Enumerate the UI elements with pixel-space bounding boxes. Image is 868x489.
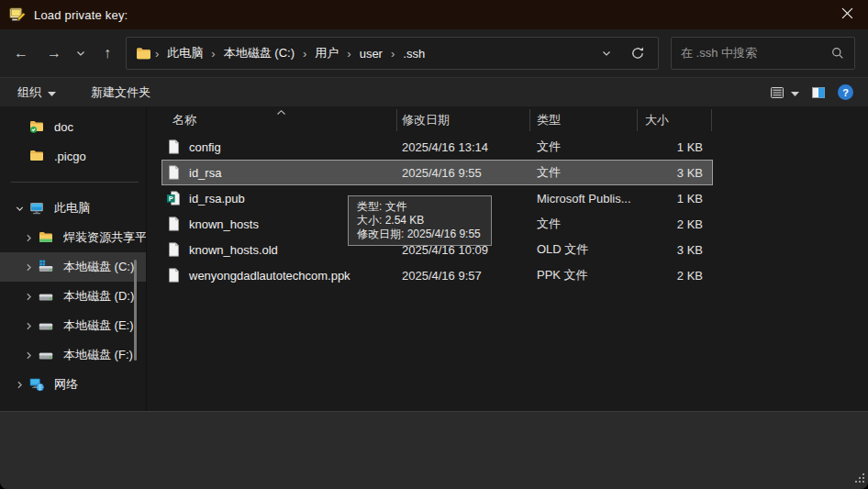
- svg-text:P: P: [169, 194, 173, 203]
- window-title: Load private key:: [34, 8, 128, 22]
- sidebar-divider: [11, 182, 139, 183]
- organize-label: 组织: [17, 84, 41, 101]
- file-name-cell: wenyongdadlautotechcom.ppk: [162, 268, 397, 283]
- close-button[interactable]: [826, 0, 868, 29]
- file-icon: [167, 139, 181, 154]
- sidebar-item-label: 本地磁盘 (F:): [63, 347, 133, 363]
- sidebar-item-this-pc[interactable]: 此电脑: [0, 194, 146, 223]
- up-button[interactable]: ↑: [94, 39, 121, 68]
- up-arrow-icon: ↑: [104, 45, 111, 61]
- preview-pane-button[interactable]: [811, 85, 826, 100]
- folder-check-icon: [29, 119, 46, 134]
- chevron-right-icon[interactable]: [18, 321, 39, 331]
- breadcrumb-item[interactable]: 本地磁盘 (C:): [217, 45, 301, 61]
- back-arrow-icon: ←: [14, 45, 28, 61]
- view-mode-button[interactable]: [770, 85, 799, 100]
- chevron-right-separator: ›: [345, 47, 352, 61]
- help-button[interactable]: ?: [838, 84, 853, 100]
- file-size-cell: 1 KB: [638, 192, 705, 206]
- file-type-cell: 文件: [530, 216, 638, 232]
- new-folder-button[interactable]: 新建文件夹: [91, 84, 150, 101]
- load-private-key-dialog: Load private key: ← → ↑ ›此电脑›本地磁盘 (C:)›用…: [0, 0, 868, 489]
- forward-button[interactable]: →: [40, 39, 68, 68]
- column-header-label: 类型: [537, 112, 561, 128]
- search-icon: [830, 46, 845, 61]
- file-name: id_rsa.pub: [189, 192, 245, 206]
- drive-icon: [39, 289, 55, 304]
- sidebar-item-label: 本地磁盘 (E:): [63, 317, 134, 334]
- sidebar-item-doc[interactable]: doc: [0, 112, 146, 141]
- list-view-icon: [770, 85, 785, 100]
- sidebar-item-label: 焊装资源共享平: [63, 229, 146, 246]
- publisher-icon: P: [167, 191, 181, 206]
- file-name-cell: config: [162, 139, 397, 154]
- file-type-cell: Microsoft Publis...: [530, 192, 638, 206]
- chevron-right-icon[interactable]: [18, 262, 39, 272]
- column-header-label: 大小: [645, 112, 669, 128]
- title-bar: Load private key:: [0, 0, 868, 29]
- chevron-right-icon[interactable]: [18, 233, 39, 243]
- breadcrumb-item[interactable]: 此电脑: [161, 45, 209, 61]
- command-bar: 组织 新建文件夹: [0, 77, 868, 106]
- sidebar-item-picgo[interactable]: .picgo: [0, 141, 146, 171]
- file-name: config: [189, 140, 221, 154]
- forward-arrow-icon: →: [47, 45, 61, 61]
- chevron-down-icon[interactable]: [9, 204, 29, 214]
- sidebar-item-label: 此电脑: [54, 200, 90, 217]
- file-size-cell: 1 KB: [638, 140, 705, 154]
- chevron-right-icon[interactable]: [18, 350, 39, 361]
- column-header-name[interactable]: 名称: [147, 109, 396, 131]
- breadcrumb-item[interactable]: user: [353, 47, 389, 61]
- file-type-cell: 文件: [530, 164, 638, 181]
- address-bar[interactable]: ›此电脑›本地磁盘 (C:)›用户›user›.ssh: [126, 37, 659, 70]
- column-header-date-modified[interactable]: 修改日期: [396, 109, 529, 131]
- chevron-right-separator: ›: [209, 47, 217, 61]
- file-icon: [167, 165, 181, 180]
- pc-icon: [29, 201, 46, 216]
- search-placeholder: 在 .ssh 中搜索: [681, 45, 757, 61]
- file-date-cell: 2025/4/16 13:14: [397, 140, 530, 154]
- main-area: doc.picgo此电脑焊装资源共享平本地磁盘 (C:)本地磁盘 (D:)本地磁…: [0, 106, 868, 411]
- breadcrumb-item[interactable]: .ssh: [396, 47, 431, 61]
- network-icon: [29, 377, 46, 392]
- sidebar-scrollbar[interactable]: [134, 260, 137, 361]
- chevron-right-icon[interactable]: [9, 380, 29, 390]
- resize-grip[interactable]: [855, 472, 865, 486]
- search-box[interactable]: 在 .ssh 中搜索: [671, 37, 855, 70]
- breadcrumb: ›此电脑›本地磁盘 (C:)›用户›user›.ssh: [153, 45, 431, 61]
- sidebar-item-network[interactable]: 网络: [0, 370, 146, 399]
- file-size-cell: 2 KB: [638, 217, 705, 231]
- sidebar-item-disk-d[interactable]: 本地磁盘 (D:): [0, 282, 146, 311]
- folder-share-icon: [39, 230, 55, 245]
- organize-button[interactable]: 组织: [17, 84, 56, 101]
- sidebar-item-label: 本地磁盘 (D:): [63, 288, 134, 305]
- recent-locations-button[interactable]: [70, 39, 92, 68]
- address-dropdown-icon[interactable]: [601, 48, 612, 59]
- help-icon: ?: [842, 87, 849, 98]
- column-header-label: 名称: [172, 112, 196, 128]
- file-row-config[interactable]: config2025/4/16 13:14文件1 KB: [161, 134, 713, 160]
- column-header-type[interactable]: 类型: [529, 109, 637, 131]
- list-header: 名称修改日期类型大小: [147, 106, 868, 134]
- file-row-id_rsa[interactable]: id_rsa2025/4/16 9:55文件3 KB: [161, 160, 713, 185]
- file-list: 名称修改日期类型大小 config2025/4/16 13:14文件1 KBid…: [147, 106, 868, 411]
- sidebar-item-disk-c[interactable]: 本地磁盘 (C:): [0, 252, 146, 282]
- column-header-size[interactable]: 大小: [637, 109, 712, 131]
- sidebar-item-label: 网络: [54, 376, 78, 393]
- back-button[interactable]: ←: [7, 39, 35, 68]
- puttygen-app-icon: [9, 6, 26, 23]
- sidebar: doc.picgo此电脑焊装资源共享平本地磁盘 (C:)本地磁盘 (D:)本地磁…: [0, 106, 147, 411]
- file-size-cell: 2 KB: [638, 269, 705, 283]
- file-row-wenyongdadlautotechcom.ppk[interactable]: wenyongdadlautotechcom.ppk2025/4/16 9:57…: [161, 262, 713, 288]
- file-size-cell: 3 KB: [638, 166, 705, 180]
- file-name: known_hosts: [189, 217, 259, 231]
- sidebar-item-shared-folder[interactable]: 焊装资源共享平: [0, 223, 146, 252]
- sidebar-item-disk-e[interactable]: 本地磁盘 (E:): [0, 311, 146, 340]
- breadcrumb-item[interactable]: 用户: [308, 45, 345, 61]
- chevron-right-icon[interactable]: [18, 292, 39, 302]
- file-icon: [167, 242, 181, 257]
- refresh-icon[interactable]: [630, 46, 645, 61]
- file-name: id_rsa: [189, 166, 221, 180]
- navigation-bar: ← → ↑ ›此电脑›本地磁盘 (C:)›用户›user›.ssh: [0, 29, 868, 77]
- sidebar-item-disk-f[interactable]: 本地磁盘 (F:): [0, 340, 146, 370]
